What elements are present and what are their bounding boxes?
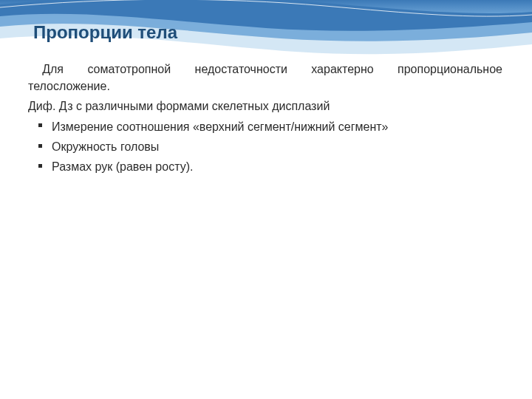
slide-title: Пропорции тела [33, 22, 177, 43]
diff-dx-paragraph: Диф. Дз с различными формами скелетных д… [28, 98, 502, 115]
list-item: Измерение соотношения «верхний сегмент/н… [49, 118, 502, 135]
intro-paragraph: Для соматотропной недостаточности характ… [28, 61, 502, 95]
list-item: Окружность головы [49, 138, 502, 155]
slide: Пропорции тела Для соматотропной недоста… [0, 0, 532, 399]
list-item: Размах рук (равен росту). [49, 158, 502, 175]
bullet-list: Измерение соотношения «верхний сегмент/н… [28, 118, 502, 176]
slide-body: Для соматотропной недостаточности характ… [28, 61, 502, 178]
